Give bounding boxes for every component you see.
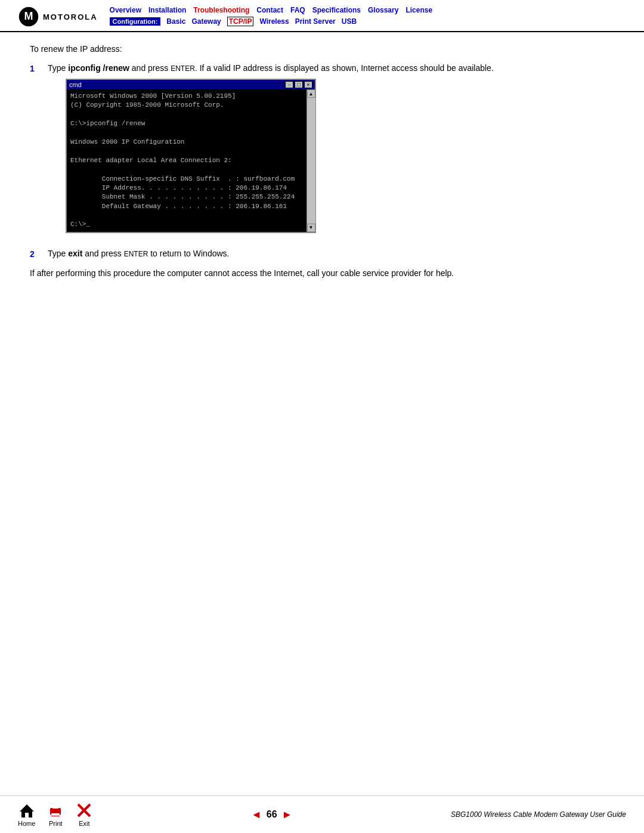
svg-rect-7 (51, 813, 60, 816)
cmd-window: cmd - □ × Microsoft Windows 2000 [Versio… (66, 79, 316, 233)
motorola-logo-icon: M (18, 6, 39, 27)
nav-printserver[interactable]: Print Server (295, 17, 336, 26)
nav-installation[interactable]: Installation (148, 6, 186, 14)
nav-license[interactable]: License (405, 6, 432, 14)
nav-usb[interactable]: USB (342, 17, 357, 26)
prev-page-arrow[interactable]: ◄ (251, 809, 262, 821)
next-page-arrow[interactable]: ► (282, 809, 293, 821)
footer-exit-label: Exit (79, 820, 89, 827)
nav-specifications[interactable]: Specifications (312, 6, 361, 14)
nav-wireless[interactable]: Wireless (259, 17, 289, 26)
step-1-suffix-post: . If a valid IP address is displayed as … (195, 63, 494, 73)
footer-print-label: Print (49, 820, 63, 827)
step-1-suffix-pre: and press (129, 63, 171, 73)
page-number: 66 (267, 809, 277, 820)
footer-print-item[interactable]: Print (47, 802, 64, 827)
exit-icon (76, 802, 92, 819)
step-2-prefix: Type (48, 249, 68, 258)
step-1-number: 1 (30, 64, 42, 73)
step-1: 1 Type ipconfig /renew and press ENTER. … (30, 63, 614, 239)
step-1-cmd: ipconfig /renew (68, 63, 129, 73)
cmd-window-wrapper: cmd - □ × Microsoft Windows 2000 [Versio… (66, 79, 614, 233)
nav-top-row: Overview Installation Troubleshooting Co… (110, 6, 626, 14)
step-2-suffix-pre: and press (82, 249, 123, 258)
step-2-enter: ENTER (124, 250, 148, 258)
cmd-body: Microsoft Windows 2000 [Version 5.00.219… (67, 89, 306, 232)
step-2-cmd: exit (68, 249, 82, 258)
footer-exit-item[interactable]: Exit (76, 802, 92, 827)
nav-basic[interactable]: Basic (166, 17, 185, 26)
final-paragraph: If after performing this procedure the c… (30, 268, 614, 278)
page-footer: Home Print Exit (0, 795, 644, 833)
step-2-suffix-post: to return to Windows. (148, 249, 229, 258)
intro-text: To renew the IP address: (30, 44, 614, 54)
scroll-up-arrow[interactable]: ▲ (307, 89, 315, 98)
footer-home-label: Home (18, 820, 35, 827)
step-2-number: 2 (30, 249, 42, 259)
svg-marker-2 (20, 804, 34, 817)
motorola-brand-text: MOTOROLA (43, 13, 98, 21)
step-2: 2 Type exit and press ENTER to return to… (30, 249, 614, 259)
step-1-text: Type ipconfig /renew and press ENTER. If… (48, 63, 614, 239)
cmd-minimize-button[interactable]: - (285, 81, 293, 88)
scroll-down-arrow[interactable]: ▼ (307, 224, 315, 232)
nav-bottom-row: Configuration: Basic Gateway TCP/IP Wire… (110, 17, 626, 26)
nav-gateway[interactable]: Gateway (191, 17, 221, 26)
svg-rect-6 (52, 804, 58, 809)
svg-text:M: M (24, 10, 33, 22)
config-label: Configuration: (110, 17, 161, 26)
cmd-scrollbar[interactable]: ▲ ▼ (306, 89, 315, 232)
step-1-prefix: Type (48, 63, 68, 73)
nav-area: Overview Installation Troubleshooting Co… (110, 6, 626, 26)
cmd-titlebar: cmd - □ × (67, 80, 315, 89)
step-2-text: Type exit and press ENTER to return to W… (48, 249, 614, 258)
print-icon (47, 802, 64, 819)
nav-overview[interactable]: Overview (110, 6, 141, 14)
nav-tcpip[interactable]: TCP/IP (227, 17, 254, 26)
cmd-controls: - □ × (285, 81, 312, 88)
scroll-track (307, 98, 315, 224)
footer-doc-title: SBG1000 Wireless Cable Modem Gateway Use… (451, 810, 626, 819)
step-1-enter: ENTER (171, 64, 195, 73)
cmd-title: cmd (69, 81, 82, 88)
nav-contact[interactable]: Contact (256, 6, 283, 14)
footer-home-item[interactable]: Home (18, 802, 35, 827)
page-header: M MOTOROLA Overview Installation Trouble… (0, 0, 644, 32)
main-content: To renew the IP address: 1 Type ipconfig… (0, 32, 644, 302)
cmd-body-container: Microsoft Windows 2000 [Version 5.00.219… (67, 89, 315, 232)
nav-troubleshooting[interactable]: Troubleshooting (193, 6, 249, 14)
logo-area: M MOTOROLA (18, 6, 98, 27)
cmd-maximize-button[interactable]: □ (295, 81, 303, 88)
cmd-close-button[interactable]: × (304, 81, 312, 88)
home-icon (18, 802, 35, 819)
footer-nav: Home Print Exit (18, 802, 92, 827)
nav-glossary[interactable]: Glossary (368, 6, 398, 14)
footer-page-nav: ◄ 66 ► (251, 809, 292, 821)
nav-faq[interactable]: FAQ (290, 6, 305, 14)
